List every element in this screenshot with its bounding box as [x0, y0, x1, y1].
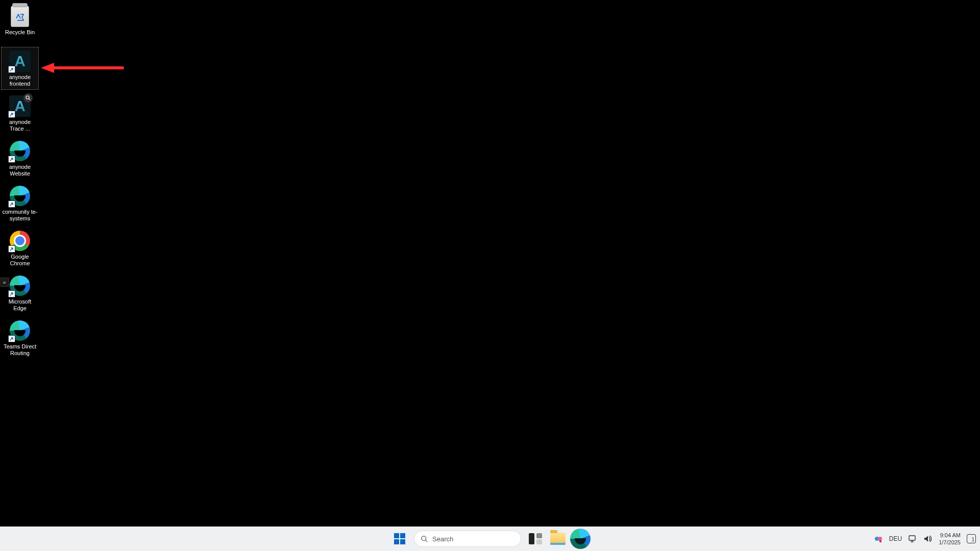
taskbar-edge[interactable] — [570, 529, 591, 549]
system-tray[interactable]: DEU 9:04 AM 1/7/2025 1 — [874, 532, 976, 546]
svg-rect-7 — [400, 539, 405, 544]
annotation-arrow — [41, 60, 128, 76]
desktop-icon-label: anynode Trace ... — [2, 119, 38, 132]
desktop-icon-label: Recycle Bin — [2, 29, 38, 36]
svg-line-1 — [29, 98, 30, 100]
shortcut-overlay-icon — [8, 66, 15, 73]
taskbar-file-explorer[interactable] — [548, 529, 568, 549]
svg-rect-6 — [394, 539, 399, 544]
desktop-icon-label: anynode frontend — [2, 74, 38, 87]
notifications-button[interactable]: 1 — [967, 534, 976, 543]
shortcut-overlay-icon — [8, 156, 15, 163]
svg-point-12 — [879, 540, 881, 542]
start-button[interactable] — [389, 529, 410, 549]
svg-rect-4 — [394, 533, 399, 538]
anynode-trace-icon: A — [8, 94, 32, 118]
clock[interactable]: 9:04 AM 1/7/2025 — [939, 532, 961, 546]
taskbar-task-view[interactable] — [525, 529, 546, 549]
taskbar-search-placeholder: Search — [432, 535, 453, 543]
teams-direct-routing-icon — [8, 319, 32, 342]
network-icon[interactable] — [908, 534, 917, 543]
shortcut-overlay-icon — [8, 111, 15, 118]
svg-rect-5 — [400, 533, 405, 538]
desktop-icon-label: community te-systems — [2, 209, 38, 222]
desktop[interactable]: Recycle Bin A anynode frontend A anynode… — [0, 0, 980, 527]
svg-marker-16 — [924, 536, 928, 542]
desktop-icon-teams-direct-routing[interactable]: Teams Direct Routing — [1, 316, 39, 359]
notification-count: 1 — [971, 537, 974, 542]
desktop-icon-google-chrome[interactable]: Google Chrome — [1, 227, 39, 269]
anynode-frontend-icon: A — [8, 49, 32, 73]
search-icon — [421, 535, 428, 543]
shortcut-overlay-icon — [8, 245, 15, 253]
google-chrome-icon — [8, 229, 32, 253]
svg-rect-13 — [909, 536, 915, 540]
desktop-icon-anynode-website[interactable]: anynode Website — [1, 137, 39, 180]
desktop-icon-label: anynode Website — [2, 164, 38, 177]
shortcut-overlay-icon — [8, 290, 15, 297]
desktop-icon-community-te-systems[interactable]: community te-systems — [1, 182, 39, 224]
clock-date: 1/7/2025 — [939, 539, 961, 546]
copilot-icon[interactable] — [874, 534, 883, 543]
community-te-systems-icon — [8, 184, 32, 208]
clock-time: 9:04 AM — [939, 532, 961, 539]
svg-point-11 — [878, 537, 882, 541]
taskbar: Search DEU 9:04 AM — [0, 527, 980, 551]
anynode-website-icon — [8, 139, 32, 163]
desktop-icon-label: Microsoft Edge — [2, 298, 38, 312]
shortcut-overlay-icon — [8, 201, 15, 208]
svg-line-9 — [425, 540, 427, 542]
svg-marker-3 — [41, 63, 54, 73]
microsoft-edge-icon — [8, 274, 32, 297]
desktop-icon-anynode-trace[interactable]: A anynode Trace ... — [1, 92, 39, 135]
desktop-icon-anynode-frontend[interactable]: A anynode frontend — [1, 47, 39, 90]
desktop-icon-recycle-bin[interactable]: Recycle Bin — [1, 2, 39, 45]
desktop-icon-label: Teams Direct Routing — [2, 343, 38, 357]
desktop-icon-label: Google Chrome — [2, 254, 38, 267]
volume-icon[interactable] — [923, 534, 933, 543]
shortcut-overlay-icon — [8, 335, 15, 342]
svg-point-8 — [422, 536, 426, 540]
recycle-bin-icon — [8, 5, 32, 28]
input-language[interactable]: DEU — [889, 535, 902, 542]
side-tab[interactable]: » — [0, 278, 9, 287]
taskbar-search[interactable]: Search — [414, 531, 521, 547]
